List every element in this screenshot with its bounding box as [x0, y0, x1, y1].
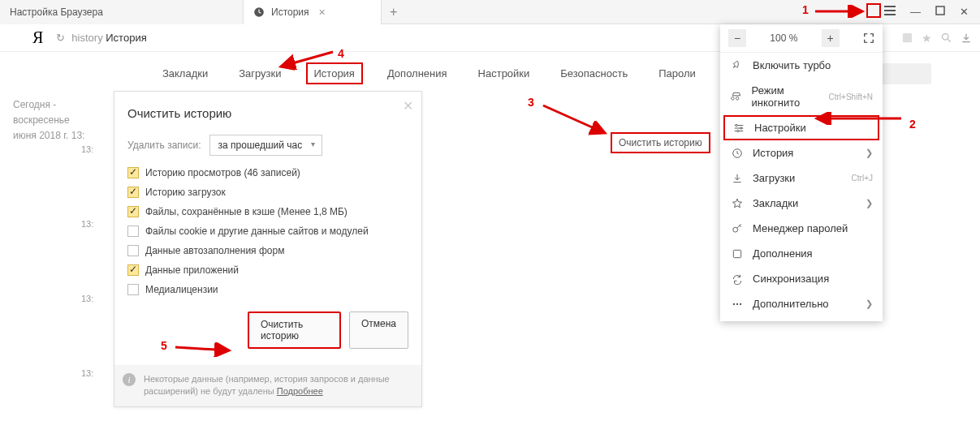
svg-point-5 [740, 127, 742, 128]
learn-more-link[interactable]: Подробнее [277, 386, 323, 396]
nav-downloads[interactable]: Загрузки [232, 64, 287, 83]
checkbox-download-history[interactable]: Историю загрузок [127, 187, 408, 198]
menu-sync[interactable]: Синхронизация [720, 266, 883, 291]
checkbox-icon [127, 226, 139, 237]
svg-point-3 [943, 34, 949, 41]
checkbox-autofill[interactable]: Данные автозаполнения форм [127, 245, 408, 256]
annotation-3: 3 [528, 96, 534, 109]
sliders-icon [732, 122, 746, 134]
info-icon: i [123, 373, 136, 386]
star-icon [730, 198, 745, 209]
menu-incognito[interactable]: Режим инкогнито Ctrl+Shift+N [720, 78, 883, 115]
download-icon[interactable] [961, 32, 972, 44]
search-icon[interactable] [940, 32, 952, 44]
titlebar: Настройка Браузера История × + — ✕ [0, 0, 980, 24]
fullscreen-icon[interactable] [863, 32, 874, 44]
checkbox-icon [127, 206, 139, 217]
menu-addons[interactable]: Дополнения [720, 241, 883, 266]
cancel-button[interactable]: Отмена [349, 311, 408, 349]
svg-point-10 [733, 303, 735, 304]
zoom-out-button[interactable]: − [728, 29, 746, 47]
download-icon [730, 173, 745, 184]
clock-icon [730, 148, 745, 159]
checkbox-browsing-history[interactable]: Историю просмотров (46 записей) [127, 167, 408, 178]
tab-history[interactable]: История × [244, 0, 382, 24]
nav-history[interactable]: История [306, 62, 363, 84]
svg-point-6 [737, 130, 739, 131]
nav-addons[interactable]: Дополнения [381, 64, 454, 83]
browser-menu: − 100 % + Включить турбо Режим инкогнито… [720, 24, 883, 321]
dialog-footer: i Некоторые данные (например, история за… [114, 365, 421, 406]
clear-history-dialog: ✕ Очистить историю Удалить записи: за пр… [114, 91, 422, 407]
hamburger-icon[interactable] [884, 6, 896, 18]
new-tab-button[interactable]: + [382, 5, 405, 19]
menu-bookmarks[interactable]: Закладки ❯ [720, 191, 883, 216]
clear-history-link[interactable]: Очистить историю [611, 132, 710, 153]
chevron-right-icon: ❯ [866, 198, 873, 208]
annotation-2: 2 [909, 118, 916, 131]
delete-range-select[interactable]: за прошедший час [209, 135, 323, 156]
checkbox-icon [127, 245, 139, 256]
checkbox-icon [127, 187, 139, 198]
puzzle-icon [730, 248, 745, 260]
tab-title: История [271, 6, 309, 18]
zoom-row: − 100 % + [720, 24, 883, 53]
clear-history-button[interactable]: Очистить историю [248, 311, 341, 349]
address-text[interactable]: history История [71, 32, 146, 44]
menu-turbo[interactable]: Включить турбо [720, 53, 883, 78]
svg-point-11 [736, 303, 738, 304]
dialog-close-icon[interactable]: ✕ [403, 98, 413, 114]
svg-rect-2 [903, 33, 912, 42]
chevron-right-icon: ❯ [866, 299, 873, 309]
clock-icon [253, 6, 265, 18]
menu-password-manager[interactable]: Менеджер паролей [720, 216, 883, 241]
chevron-right-icon: ❯ [866, 148, 873, 158]
dots-icon [730, 299, 745, 310]
checkbox-icon [127, 284, 139, 295]
svg-rect-1 [936, 6, 944, 15]
sync-icon [730, 273, 745, 285]
menu-more[interactable]: Дополнительно ❯ [720, 291, 883, 316]
maximize-button[interactable] [935, 6, 945, 18]
svg-line-15 [543, 105, 605, 133]
checkbox-cookies[interactable]: Файлы cookie и другие данные сайтов и мо… [127, 226, 408, 237]
svg-rect-9 [733, 250, 740, 257]
menu-settings[interactable]: Настройки [723, 115, 879, 140]
history-date-heading: Сегодня - воскресенье июня 2018 г. 13: [0, 97, 114, 144]
annotation-box-1-target [866, 3, 881, 18]
arrow-icon [540, 102, 613, 138]
window-controls: — ✕ [884, 6, 980, 18]
yandex-logo-icon[interactable]: Я [32, 28, 43, 47]
bookmark-star-icon[interactable]: ★ [922, 32, 932, 45]
delete-range-label: Удалить записи: [127, 140, 201, 151]
checkbox-icon [127, 167, 139, 178]
checkbox-icon [127, 264, 139, 276]
shield-icon[interactable] [901, 32, 913, 44]
checkbox-media-licenses[interactable]: Медиалицензии [127, 284, 408, 295]
incognito-icon [730, 91, 744, 102]
svg-point-12 [740, 303, 741, 304]
rocket-icon [730, 60, 745, 71]
nav-settings[interactable]: Настройки [472, 64, 537, 83]
zoom-value: 100 % [770, 32, 797, 44]
svg-point-4 [736, 124, 737, 126]
checkbox-cache[interactable]: Файлы, сохранённые в кэше (Менее 1,8 МБ) [127, 206, 408, 217]
nav-bookmarks[interactable]: Закладки [156, 64, 214, 83]
close-window-button[interactable]: ✕ [960, 6, 969, 18]
nav-security[interactable]: Безопасность [554, 64, 634, 83]
tab-title: Настройка Браузера [10, 6, 103, 18]
history-time-column: 13: 13: 13: 13: [81, 144, 93, 421]
close-icon[interactable]: × [319, 6, 326, 19]
key-icon [730, 223, 745, 234]
menu-downloads[interactable]: Загрузки Ctrl+J [720, 165, 883, 191]
nav-passwords[interactable]: Пароли [652, 64, 702, 83]
checkbox-app-data[interactable]: Данные приложений [127, 264, 408, 276]
svg-point-8 [733, 227, 738, 232]
reload-icon[interactable]: ↻ [56, 32, 65, 44]
menu-history[interactable]: История ❯ [720, 140, 883, 165]
zoom-in-button[interactable]: + [822, 29, 840, 47]
minimize-button[interactable]: — [910, 6, 921, 18]
tab-settings-browser[interactable]: Настройка Браузера [0, 0, 244, 24]
dialog-title: Очистить историю [127, 106, 408, 120]
